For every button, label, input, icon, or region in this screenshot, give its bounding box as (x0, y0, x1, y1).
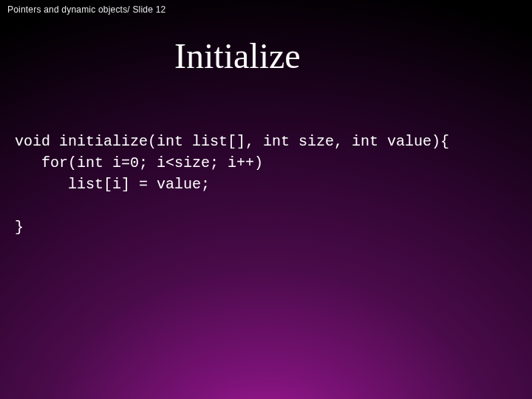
slide: Pointers and dynamic objects/ Slide 12 I… (0, 0, 532, 399)
code-line: for(int i=0; i<size; i++) (15, 154, 263, 171)
code-line: list[i] = value; (15, 176, 210, 193)
code-block: void initialize(int list[], int size, in… (15, 131, 449, 238)
code-line: } (15, 219, 24, 236)
code-line: void initialize(int list[], int size, in… (15, 133, 449, 150)
slide-header: Pointers and dynamic objects/ Slide 12 (7, 4, 166, 15)
slide-title: Initialize (174, 35, 301, 76)
